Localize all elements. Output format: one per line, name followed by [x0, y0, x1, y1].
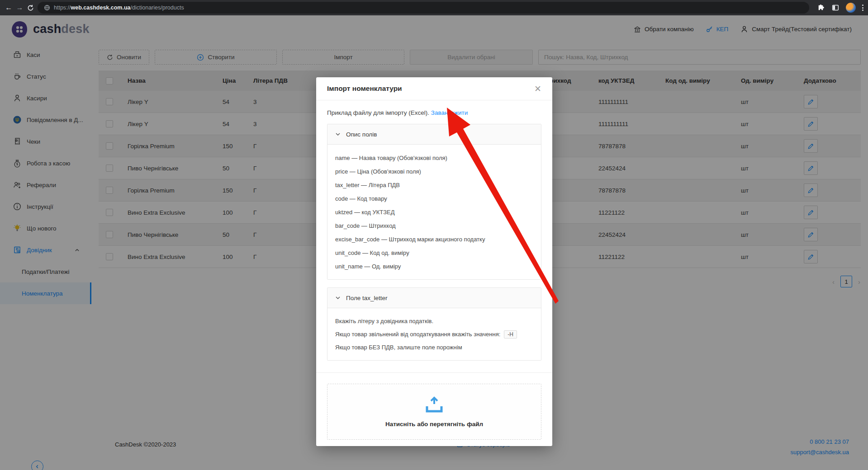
side-panel-icon[interactable] — [831, 4, 840, 12]
tax-hint-line-3: Якщо товар БЕЗ ПДВ, залиште поле порожні… — [335, 341, 533, 354]
tax-letter-accordion-header[interactable]: Поле tax_letter — [327, 288, 541, 308]
tax-exempt-value-tag: -Н — [504, 330, 517, 338]
field-item: code — Код товару — [335, 192, 533, 205]
divider — [316, 372, 552, 373]
field-item: unit_name — Од. виміру — [335, 259, 533, 273]
chevron-down-icon — [335, 295, 341, 301]
file-dropzone[interactable]: Натисніть або перетягніть файл — [327, 384, 541, 440]
tax-hint-line-1: Вкажіть літеру з довідника податків. — [335, 315, 533, 328]
download-example-link[interactable]: Завантажити — [431, 109, 468, 116]
url-text: https://web.cashdesk.com.ua/dictionaries… — [54, 5, 184, 11]
fields-accordion: Опис полів name — Назва товару (Обов'язк… — [327, 124, 541, 280]
field-item: uktzed — код УКТЗЕД — [335, 205, 533, 219]
field-item: bar_code — Штрихкод — [335, 219, 533, 232]
browser-bar: ← → https://web.cashdesk.com.ua/dictiona… — [0, 0, 868, 15]
field-item: unit_code — Код од. виміру — [335, 246, 533, 259]
fields-list: name — Назва товару (Обов'язкові поля) p… — [327, 145, 541, 279]
tax-hint-line-2: Якщо товар звільнений від оподаткування … — [335, 328, 533, 341]
address-bar[interactable]: https://web.cashdesk.com.ua/dictionaries… — [38, 2, 809, 14]
extensions-icon[interactable] — [816, 4, 825, 12]
close-icon[interactable]: ✕ — [534, 85, 541, 93]
field-item: excise_bar_code — Штрихкод марки акцизно… — [335, 232, 533, 246]
import-example-text: Приклад файлу для імпорту (Excel). Заван… — [327, 109, 541, 116]
browser-forward-button[interactable]: → — [15, 2, 24, 13]
modal-header: Імпорт номенклатури ✕ — [316, 77, 552, 100]
browser-reload-button[interactable] — [27, 2, 35, 13]
field-item: price — Ціна (Обов'язкові поля) — [335, 164, 533, 178]
site-info-icon[interactable] — [44, 5, 50, 11]
dropzone-label: Натисніть або перетягніть файл — [385, 421, 483, 428]
chevron-down-icon — [335, 132, 341, 137]
field-item: tax_letter — Літера ПДВ — [335, 178, 533, 192]
upload-icon — [422, 396, 446, 414]
import-modal: Імпорт номенклатури ✕ Приклад файлу для … — [316, 77, 552, 446]
field-item: name — Назва товару (Обов'язкові поля) — [335, 151, 533, 164]
browser-profile-avatar[interactable] — [846, 3, 856, 13]
fields-accordion-header[interactable]: Опис полів — [327, 124, 541, 145]
tax-letter-accordion: Поле tax_letter Вкажіть літеру з довідни… — [327, 287, 541, 361]
browser-back-button[interactable]: ← — [5, 2, 13, 13]
browser-menu-icon[interactable] — [862, 5, 863, 11]
modal-title: Імпорт номенклатури — [327, 85, 402, 93]
reload-icon — [27, 5, 34, 11]
